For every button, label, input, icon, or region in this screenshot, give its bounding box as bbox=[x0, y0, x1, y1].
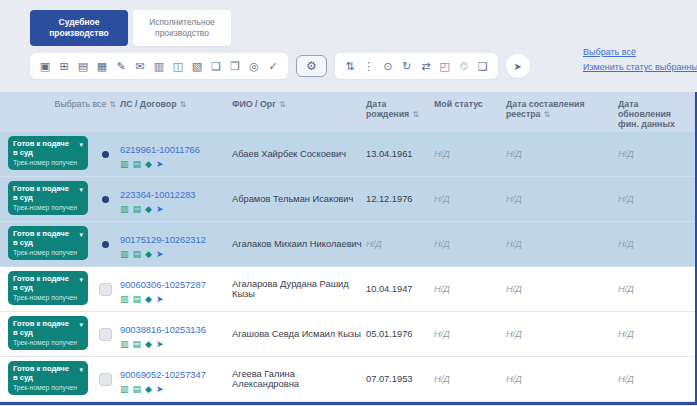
proceedings-tabs: Судебное производство Исполнительное про… bbox=[30, 10, 697, 46]
file-icon[interactable]: ▧ bbox=[189, 58, 205, 74]
kebab-menu-icon[interactable]: ⋮ bbox=[361, 58, 377, 74]
clipboard-icon[interactable]: ❏ bbox=[208, 58, 224, 74]
print-icon[interactable]: ▤ bbox=[133, 340, 142, 349]
selected-dot[interactable] bbox=[102, 196, 109, 203]
my-status: Н/Д bbox=[432, 312, 504, 356]
print-icon[interactable]: ▣ bbox=[37, 58, 53, 74]
send-icon[interactable]: ➤ bbox=[156, 160, 164, 169]
send-icon[interactable]: ➤ bbox=[156, 250, 164, 259]
column-header-name[interactable]: ФИО / Орг⇅ bbox=[230, 92, 364, 132]
print-icon[interactable]: ▤ bbox=[133, 160, 142, 169]
bookmark-icon[interactable]: ◆ bbox=[145, 250, 152, 259]
table-row[interactable]: Готов к подаче в суд▾ Трек-номер получен… bbox=[0, 222, 695, 267]
sort-icon[interactable]: ⇅ bbox=[279, 100, 286, 109]
gear-icon[interactable]: ⚙ bbox=[296, 55, 327, 77]
export-table-icon[interactable]: ⊞ bbox=[56, 58, 72, 74]
print-icon[interactable]: ▤ bbox=[133, 250, 142, 259]
bookmark-icon[interactable]: ◆ bbox=[145, 160, 152, 169]
send-icon[interactable]: ➤ bbox=[156, 340, 164, 349]
globe-icon[interactable]: ◎ bbox=[246, 58, 262, 74]
change-status-link[interactable]: Изменить статус выбранных должн bbox=[583, 62, 697, 72]
send-icon[interactable]: ➤ bbox=[156, 205, 164, 214]
table-row[interactable]: Готов к подаче в суд▾ Трек-номер получен… bbox=[0, 132, 695, 177]
bookmark-icon[interactable]: ◆ bbox=[145, 385, 152, 394]
report-icon[interactable]: ▥ bbox=[120, 295, 129, 304]
print-icon[interactable]: ▤ bbox=[133, 295, 142, 304]
registry-date: Н/Д bbox=[504, 267, 616, 311]
bookmark-icon[interactable]: ◆ bbox=[145, 205, 152, 214]
bookmark-icon[interactable]: ◆ bbox=[145, 295, 152, 304]
trash-icon[interactable]: ♲ bbox=[456, 58, 472, 74]
header-links: Выбрать всё Изменить статус выбранных до… bbox=[583, 47, 697, 77]
row-actions: ▥ ▤ ◆ ➤ bbox=[120, 250, 228, 259]
tab-court-proceedings[interactable]: Судебное производство bbox=[30, 10, 128, 46]
select-all-link[interactable]: Выбрать всё bbox=[583, 47, 697, 57]
column-header-fin-update[interactable]: Дата обновления фин. данных bbox=[616, 92, 695, 132]
status-button[interactable]: Готов к подаче в суд▾ Трек-номер получен bbox=[8, 361, 88, 395]
export-doc-icon[interactable]: ❑ bbox=[475, 58, 491, 74]
report-icon[interactable]: ▤ bbox=[75, 58, 91, 74]
send-icon[interactable]: ➤ bbox=[156, 295, 164, 304]
status-button[interactable]: Готов к подаче в суд▾ Трек-номер получен bbox=[8, 181, 88, 215]
sort-icon[interactable]: ⇅ bbox=[109, 100, 116, 109]
sync-icon[interactable]: ⇄ bbox=[418, 58, 434, 74]
row-checkbox[interactable] bbox=[99, 328, 112, 341]
sort-icon[interactable]: ⇅ bbox=[544, 110, 551, 119]
status-button[interactable]: Готов к подаче в суд▾ Трек-номер получен bbox=[8, 136, 88, 170]
account-link[interactable]: 90069052-10257347 bbox=[120, 370, 206, 380]
copy-icon[interactable]: ❐ bbox=[227, 58, 243, 74]
account-link[interactable]: 223364-10012283 bbox=[120, 190, 195, 200]
my-status: Н/Д bbox=[432, 222, 504, 266]
print-icon[interactable]: ▤ bbox=[133, 205, 142, 214]
account-link[interactable]: 90175129-10262312 bbox=[120, 235, 206, 245]
status-label: Готов к подаче в суд bbox=[13, 364, 69, 382]
package-icon[interactable]: ◫ bbox=[170, 58, 186, 74]
report-icon[interactable]: ▥ bbox=[120, 250, 129, 259]
row-checkbox[interactable] bbox=[99, 283, 112, 296]
column-header-account[interactable]: ЛС / Договор⇅ bbox=[118, 92, 230, 132]
tune-icon[interactable]: ⇅ bbox=[342, 58, 358, 74]
print-icon[interactable]: ▤ bbox=[133, 385, 142, 394]
send-icon[interactable]: ➤ bbox=[156, 385, 164, 394]
table-row[interactable]: Готов к подаче в суд▾ Трек-номер получен… bbox=[0, 267, 695, 312]
row-actions: ▥ ▤ ◆ ➤ bbox=[120, 340, 228, 349]
column-header-registry-date[interactable]: Дата составления реестра⇅ bbox=[504, 92, 616, 132]
debtor-name: Агеева Галина Александровна bbox=[230, 357, 364, 401]
selected-dot[interactable] bbox=[102, 151, 109, 158]
invoice-icon[interactable]: ▥ bbox=[151, 58, 167, 74]
row-checkbox[interactable] bbox=[99, 373, 112, 386]
tab-enforcement-proceedings[interactable]: Исполнительное производство bbox=[133, 10, 231, 46]
column-header-select-all[interactable]: Выбрать все⇅ bbox=[0, 92, 118, 132]
check-icon[interactable]: ✓ bbox=[265, 58, 281, 74]
status-button[interactable]: Готов к подаче в суд▾ Трек-номер получен bbox=[8, 271, 88, 305]
registry-date: Н/Д bbox=[504, 222, 616, 266]
mail-icon[interactable]: ✉ bbox=[132, 58, 148, 74]
status-button[interactable]: Готов к подаче в суд▾ Трек-номер получен bbox=[8, 316, 88, 350]
selected-dot[interactable] bbox=[102, 241, 109, 248]
report-icon[interactable]: ▥ bbox=[120, 205, 129, 214]
debtor-name: Абрамов Тельман Исакович bbox=[230, 177, 364, 221]
report-icon[interactable]: ▥ bbox=[120, 160, 129, 169]
sort-icon[interactable]: ⇅ bbox=[180, 100, 187, 109]
lock-icon[interactable]: ⊙ bbox=[380, 58, 396, 74]
table-header: Выбрать все⇅ ЛС / Договор⇅ ФИО / Орг⇅ Да… bbox=[0, 92, 695, 132]
my-status: Н/Д bbox=[432, 132, 504, 176]
report-icon[interactable]: ▥ bbox=[120, 385, 129, 394]
table-row[interactable]: Готов к подаче в суд▾ Трек-номер получен… bbox=[0, 357, 695, 402]
edit-document-icon[interactable]: ✎ bbox=[113, 58, 129, 74]
report-icon[interactable]: ▥ bbox=[120, 340, 129, 349]
column-header-my-status[interactable]: Мой статус bbox=[432, 92, 504, 132]
document-icon[interactable]: ▦ bbox=[94, 58, 110, 74]
table-row[interactable]: Готов к подаче в суд▾ Трек-номер получен… bbox=[0, 177, 695, 222]
bookmark-icon[interactable]: ◆ bbox=[145, 340, 152, 349]
archive-icon[interactable]: ◰ bbox=[437, 58, 453, 74]
sort-icon[interactable]: ⇅ bbox=[412, 110, 419, 119]
account-link[interactable]: 90060306-10257287 bbox=[120, 280, 206, 290]
column-header-birth-date[interactable]: Дата рождения⇅ bbox=[364, 92, 432, 132]
account-link[interactable]: 90038816-10253136 bbox=[120, 325, 206, 335]
send-circle-icon[interactable]: ➤ bbox=[506, 54, 530, 78]
status-button[interactable]: Готов к подаче в суд▾ Трек-номер получен bbox=[8, 226, 88, 260]
refresh-icon[interactable]: ↻ bbox=[399, 58, 415, 74]
table-row[interactable]: Готов к подаче в суд▾ Трек-номер получен… bbox=[0, 312, 695, 357]
account-link[interactable]: 6219961-10011766 bbox=[120, 145, 200, 155]
